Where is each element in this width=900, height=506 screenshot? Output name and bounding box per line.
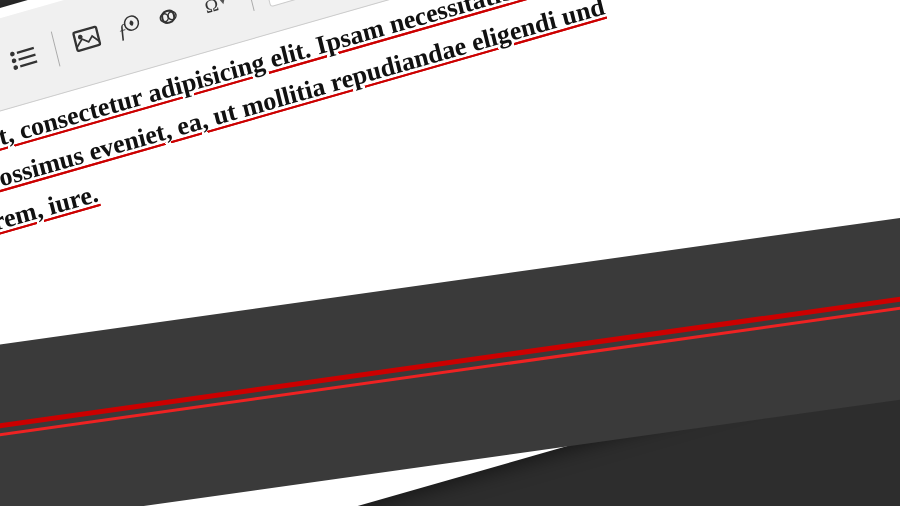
svg-rect-7 <box>18 53 35 60</box>
svg-point-8 <box>13 64 19 70</box>
svg-point-6 <box>11 57 17 63</box>
chain-icon <box>151 0 185 34</box>
svg-rect-9 <box>20 60 37 67</box>
svg-point-4 <box>9 51 15 57</box>
divider-1 <box>51 31 61 66</box>
omega-button[interactable]: Ω ▾ <box>189 0 237 25</box>
image-icon <box>70 22 104 57</box>
svg-text:Ω: Ω <box>202 0 220 17</box>
divider-2 <box>245 0 255 10</box>
svg-rect-5 <box>16 46 33 53</box>
formula-icon: ƒ <box>111 10 145 45</box>
bullet-list-button[interactable] <box>5 38 44 78</box>
svg-text:ƒ: ƒ <box>115 18 130 42</box>
bullet-list-icon <box>7 40 41 75</box>
chain-button[interactable] <box>149 0 188 36</box>
list-indent-button[interactable] <box>0 49 3 89</box>
image-insert-button[interactable] <box>68 20 107 60</box>
word-button[interactable]: W <box>261 0 307 7</box>
scene: U <box>0 0 900 506</box>
formula-button[interactable]: ƒ <box>108 8 147 48</box>
